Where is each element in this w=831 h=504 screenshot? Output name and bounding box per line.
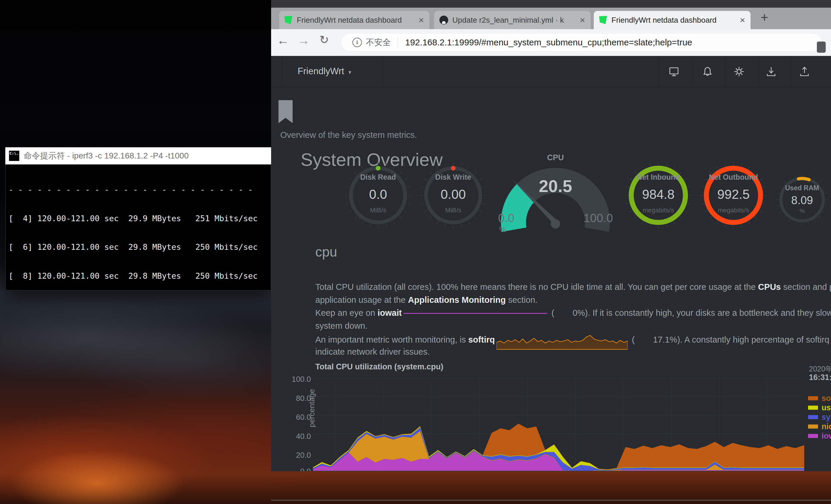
chart-title: Total CPU utilization (system.cpu)	[315, 362, 443, 372]
gauge-used-ram[interactable]: Used RAM 8.09 %	[774, 172, 830, 228]
ytick: 0.0	[284, 467, 311, 471]
gauge-cpu[interactable]: CPU 20.5 0.0 100.0 %	[498, 153, 613, 250]
netdata-favicon	[284, 16, 293, 24]
gauge-label: Net Inbound	[623, 173, 694, 181]
terminal-title: 命令提示符 - iperf3 -c 192.168.1.2 -P4 -t1000	[24, 150, 189, 161]
tab-strip: FriendlyWrt netdata dashboard × Update r…	[271, 8, 831, 29]
legend-item-nice[interactable]: nice	[808, 422, 831, 431]
chevron-down-icon: ▾	[348, 69, 351, 76]
address-bar[interactable]: i 不安全 192.168.2.1:19999/#menu_system_sub…	[341, 34, 822, 51]
gauge-unit: megabits/s	[698, 207, 769, 214]
gauge-label: Used RAM	[774, 184, 830, 192]
tab-label: Update r2s_lean_minimal.yml · k	[452, 16, 575, 25]
iowait-sparkline	[403, 311, 547, 316]
gauge-unit: megabits/s	[623, 207, 694, 214]
tab-label: FriendlyWrt netdata dashboard	[297, 16, 414, 25]
netdata-header: FriendlyWrt▾	[271, 56, 831, 87]
section-heading-cpu: cpu	[315, 244, 337, 260]
tab-close-icon[interactable]: ×	[740, 15, 745, 25]
cmd-prompt-icon: C:\.	[9, 150, 20, 161]
tab-friendlywrt-2-active[interactable]: FriendlyWrt netdata dashboard ×	[594, 11, 750, 29]
gauge-label: Disk Read	[343, 173, 413, 181]
terminal-line: [ 6] 120.00-121.00 sec 29.8 MBytes 250 M…	[8, 242, 268, 252]
gauge-label: Net Outbound	[698, 173, 769, 181]
brand-dropdown[interactable]: FriendlyWrt▾	[297, 66, 351, 77]
gauge-unit: %	[774, 208, 830, 214]
window-frame	[271, 0, 831, 8]
gauge-label: Disk Write	[418, 173, 489, 181]
applications-monitoring-link[interactable]: Applications Monitoring	[408, 295, 506, 304]
tab-label: FriendlyWrt netdata dashboard	[611, 16, 736, 25]
gauge-unit: MiB/s	[418, 207, 489, 214]
gauge-value: 20.5	[498, 176, 613, 196]
bookmark-icon	[279, 100, 293, 123]
terminal-titlebar[interactable]: C:\. 命令提示符 - iperf3 -c 192.168.1.2 -P4 -…	[5, 147, 271, 165]
tab-close-icon[interactable]: ×	[419, 15, 424, 25]
ytick: 100.0	[284, 375, 311, 384]
gauge-net-outbound[interactable]: Net Outbound 992.5 megabits/s	[698, 160, 769, 231]
terminal-line: [ 4] 120.00-121.00 sec 29.9 MBytes 251 M…	[8, 214, 268, 224]
tab-friendlywrt-1[interactable]: FriendlyWrt netdata dashboard ×	[279, 11, 429, 29]
chart-legend[interactable]: softirq user system nice iowait	[808, 393, 831, 441]
gauge-disk-write[interactable]: Disk Write 0.00 MiB/s	[418, 160, 489, 231]
page-info-icon[interactable]: i	[352, 38, 362, 47]
github-favicon	[439, 16, 448, 25]
softirq-sparkline	[496, 332, 628, 351]
gauge-max: 100.0	[583, 211, 613, 225]
gauge-net-inbound[interactable]: Net Inbound 984.8 megabits/s	[623, 160, 694, 231]
security-label: 不安全	[366, 37, 391, 48]
gauge-value: 0.00	[418, 187, 489, 202]
netdata-page: FriendlyWrt▾ System Overview Overview of…	[271, 56, 831, 471]
url-text[interactable]: 192.168.2.1:19999/#menu_system_submenu_c…	[405, 37, 692, 48]
reload-button[interactable]: ↻	[315, 33, 333, 46]
download-icon[interactable]	[765, 66, 777, 78]
gear-icon[interactable]	[733, 66, 745, 78]
cpu-stacked-area-chart[interactable]	[313, 377, 804, 471]
gauge-value: 992.5	[698, 187, 769, 202]
brand-label: FriendlyWrt	[297, 66, 344, 76]
upload-icon[interactable]	[799, 66, 810, 78]
terminal-line: - - - - - - - - - - - - - - - - - - - - …	[8, 185, 268, 195]
chart-timestamp-date: 2020年3	[809, 364, 831, 374]
chart-timestamp-time: 16:31:2	[809, 373, 831, 382]
tab-close-icon[interactable]: ×	[580, 15, 585, 25]
forward-button[interactable]: →	[295, 33, 312, 48]
legend-item-system[interactable]: system	[808, 412, 831, 422]
tab-github[interactable]: Update r2s_lean_minimal.yml · k ×	[434, 11, 591, 29]
desktop: C:\. 命令提示符 - iperf3 -c 192.168.1.2 -P4 -…	[0, 0, 831, 504]
ytick: 80.0	[284, 394, 311, 403]
gauge-disk-read[interactable]: Disk Read 0.0 MiB/s	[343, 160, 413, 231]
gauge-value: 8.09	[774, 194, 830, 207]
terminal-output: - - - - - - - - - - - - - - - - - - - - …	[5, 165, 271, 291]
gauge-unit: MiB/s	[343, 207, 413, 214]
gauge-min: 0.0	[498, 211, 515, 225]
ytick: 20.0	[284, 451, 311, 460]
legend-item-user[interactable]: user	[808, 403, 831, 412]
ytick: 40.0	[284, 432, 311, 441]
browser-toolbar: ← → ↻ i 不安全 192.168.2.1:19999/#menu_syst…	[271, 29, 831, 56]
gauge-unit: %	[499, 225, 506, 234]
gauge-value: 0.0	[343, 187, 413, 202]
ytick: 60.0	[284, 413, 311, 422]
cpu-description: Total CPU utilization (all cores). 100% …	[315, 280, 831, 358]
page-subtitle: Overview of the key system metrics.	[280, 130, 417, 140]
bell-icon[interactable]	[701, 66, 713, 78]
cpus-link[interactable]: CPUs	[758, 282, 781, 292]
clipped-toolbar-icon[interactable]	[817, 41, 826, 53]
iowait-value: 0%).	[573, 308, 590, 318]
back-button[interactable]: ←	[274, 33, 292, 48]
softirq-value: 17.1%).	[653, 335, 683, 344]
terminal-line: [ 8] 120.00-121.00 sec 29.8 MBytes 250 M…	[8, 271, 268, 281]
browser-window: FriendlyWrt netdata dashboard × Update r…	[271, 0, 831, 501]
legend-item-iowait[interactable]: iowait	[808, 431, 831, 441]
terminal-window[interactable]: C:\. 命令提示符 - iperf3 -c 192.168.1.2 -P4 -…	[5, 147, 271, 291]
legend-item-softirq[interactable]: softirq	[808, 393, 831, 403]
monitor-icon[interactable]	[668, 66, 680, 78]
gauge-value: 984.8	[623, 187, 694, 202]
new-tab-button[interactable]: +	[757, 10, 772, 25]
netdata-favicon	[599, 16, 607, 24]
